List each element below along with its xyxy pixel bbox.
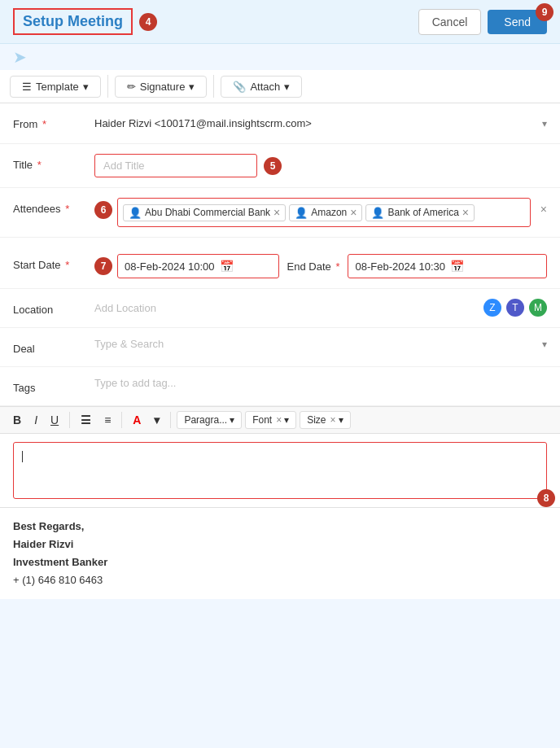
rte-toolbar: B I U ☰ ≡ A ▾ Paragra... ▾ Font × ▾ Size… [0, 406, 560, 434]
editor-area: 8 [0, 434, 560, 507]
attendees-control: 6 👤 Abu Dhabi Commercial Bank × 👤 Amazon… [94, 198, 547, 227]
start-date-calendar-icon[interactable]: 📅 [220, 260, 234, 273]
size-chevron-icon: ▾ [339, 414, 343, 426]
cancel-button[interactable]: Cancel [418, 9, 482, 35]
title-field-badge: 5 [264, 157, 282, 175]
ordered-list-button[interactable]: ≡ [99, 411, 116, 429]
attach-chevron-icon: ▾ [284, 81, 290, 93]
form-body: From * Haider Rizvi <100171@mail.insight… [0, 103, 560, 406]
page-title: Setup Meeting [13, 8, 133, 35]
paragraph-label: Paragra... [184, 414, 227, 426]
attendee-remove-1[interactable]: × [273, 207, 280, 218]
toolbar-divider-1 [107, 75, 108, 98]
attendees-container[interactable]: 👤 Abu Dhabi Commercial Bank × 👤 Amazon ×… [117, 198, 531, 227]
paragraph-dropdown[interactable]: Paragra... ▾ [177, 411, 242, 429]
attendees-clear-icon[interactable]: × [536, 198, 547, 216]
end-date-label: End Date * [287, 260, 340, 273]
attendee-name-3: Bank of America [387, 207, 458, 218]
start-date-label: Start Date * [13, 254, 94, 271]
attendee-remove-2[interactable]: × [350, 207, 357, 218]
date-control: 7 08-Feb-2024 10:00 📅 End Date * 08-Feb-… [94, 254, 547, 278]
deal-label: Deal [13, 338, 94, 355]
title-required: * [37, 159, 42, 171]
location-control: Add Location Z T M [94, 299, 547, 317]
title-control: 5 [94, 154, 547, 177]
title-row: Title * 5 [0, 144, 560, 188]
header: Setup Meeting 4 Cancel Send 9 [0, 0, 560, 44]
size-dropdown[interactable]: Size × ▾ [300, 411, 350, 429]
from-label: From * [13, 113, 94, 130]
template-label: Template [36, 81, 79, 93]
font-label: Font [252, 414, 272, 426]
end-date-required: * [335, 260, 339, 273]
teams-icon[interactable]: T [506, 299, 524, 317]
template-button[interactable]: ☰ Template ▾ [10, 76, 101, 98]
attendee-tag-2: 👤 Amazon × [289, 204, 362, 221]
attach-button[interactable]: 📎 Attach ▾ [221, 76, 302, 98]
end-date-value: 08-Feb-2024 10:30 [355, 260, 445, 273]
end-date-calendar-icon[interactable]: 📅 [450, 260, 464, 273]
start-date-value: 08-Feb-2024 10:00 [125, 260, 215, 273]
signature-line3: Investment Banker [13, 553, 547, 571]
font-color-button[interactable]: A [128, 411, 146, 429]
signature-button[interactable]: ✏ Signature ▾ [115, 76, 208, 98]
signature-line2: Haider Rizvi [13, 536, 547, 553]
size-clear-icon[interactable]: × [330, 414, 336, 426]
italic-button[interactable]: I [29, 411, 42, 429]
meet-icon[interactable]: M [529, 299, 547, 317]
deal-placeholder[interactable]: Type & Search [94, 338, 542, 350]
font-dropdown[interactable]: Font × ▾ [245, 411, 296, 429]
template-chevron-icon: ▾ [83, 81, 89, 93]
font-color-dropdown[interactable]: ▾ [149, 411, 164, 429]
start-date-field[interactable]: 08-Feb-2024 10:00 📅 [117, 254, 279, 278]
send-badge: 9 [536, 3, 553, 21]
spacer [0, 238, 560, 244]
font-clear-icon[interactable]: × [276, 414, 282, 426]
attendee-icon-3: 👤 [371, 207, 384, 219]
attach-label: Attach [250, 81, 280, 93]
attendee-tag-1: 👤 Abu Dhabi Commercial Bank × [123, 204, 286, 221]
editor-cursor [22, 451, 23, 462]
signature-area: Best Regards, Haider Rizvi Investment Ba… [0, 507, 560, 599]
editor-badge: 8 [537, 489, 555, 507]
size-label: Size [307, 414, 326, 426]
attendees-label: Attendees * [13, 198, 94, 215]
header-left: Setup Meeting 4 [13, 8, 157, 35]
signature-icon: ✏ [127, 81, 136, 93]
attendee-remove-3[interactable]: × [462, 207, 469, 218]
start-date-required: * [65, 259, 69, 271]
bullet-list-button[interactable]: ☰ [76, 411, 96, 429]
location-row: Location Add Location Z T M [0, 289, 560, 328]
underline-button[interactable]: U [46, 411, 63, 429]
signature-line1: Best Regards, [13, 518, 547, 536]
zoom-icon[interactable]: Z [483, 299, 501, 317]
attach-icon: 📎 [233, 81, 246, 93]
email-toolbar: ☰ Template ▾ ✏ Signature ▾ 📎 Attach ▾ [0, 70, 560, 103]
title-badge: 4 [139, 13, 157, 31]
attendee-icon-2: 👤 [295, 207, 308, 219]
signature-text: Best Regards, Haider Rizvi Investment Ba… [13, 518, 547, 589]
date-fields: 7 08-Feb-2024 10:00 📅 End Date * 08-Feb-… [94, 254, 547, 278]
attendee-name-1: Abu Dhabi Commercial Bank [145, 207, 270, 218]
bold-button[interactable]: B [8, 411, 26, 429]
date-row: Start Date * 7 08-Feb-2024 10:00 📅 End D… [0, 244, 560, 289]
attendees-required: * [65, 203, 69, 215]
from-dropdown-icon[interactable]: ▾ [542, 118, 547, 129]
tags-placeholder[interactable]: Type to add tag... [94, 377, 176, 389]
location-placeholder[interactable]: Add Location [94, 302, 156, 314]
title-input[interactable] [94, 154, 257, 177]
attendee-name-2: Amazon [311, 207, 347, 218]
location-icons: Z T M [483, 299, 547, 317]
attendee-icon-1: 👤 [129, 207, 142, 219]
tags-row: Tags Type to add tag... [0, 367, 560, 406]
location-label: Location [13, 299, 94, 316]
signature-label: Signature [140, 81, 186, 93]
deal-row: Deal Type & Search ▾ [0, 328, 560, 367]
deal-control: Type & Search ▾ [94, 338, 547, 350]
end-date-field[interactable]: 08-Feb-2024 10:30 📅 [348, 254, 547, 278]
editor-box[interactable] [13, 442, 547, 499]
signature-chevron-icon: ▾ [189, 81, 195, 93]
attendees-badge: 6 [94, 201, 112, 219]
rte-separator-2 [121, 412, 122, 428]
deal-dropdown-icon[interactable]: ▾ [542, 339, 547, 350]
